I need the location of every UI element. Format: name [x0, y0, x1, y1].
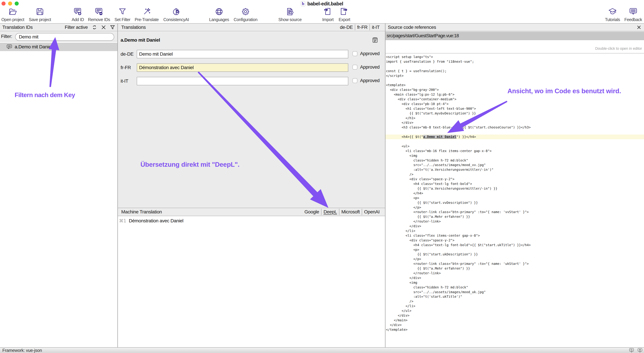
whats-new-icon[interactable]: [629, 348, 634, 353]
translations-title: Translations: [121, 25, 146, 30]
comment-icon: [7, 44, 12, 49]
language-button-fr-FR[interactable]: fr-FR: [355, 25, 370, 30]
code-line: </div>: [386, 313, 644, 318]
translation-id-item[interactable]: a.Demo mit Daniel: [0, 43, 118, 51]
code-line: <p>: [386, 196, 644, 200]
toolbar-button-label: Show source: [278, 17, 302, 22]
code-line: {{ $t("a.Versicherungsvermittler/-in") }…: [386, 186, 644, 191]
language-button-it-IT[interactable]: it-IT: [370, 25, 382, 30]
approved-label: Approved: [360, 64, 380, 70]
translation-input-de-DE[interactable]: [137, 50, 348, 58]
rate-app-icon[interactable]: [638, 348, 642, 353]
refresh-icon[interactable]: [92, 25, 97, 30]
open-in-editor-hint: Double-click to open in editor: [595, 46, 642, 51]
mt-suggestion-row[interactable]: ⌘1 Démonstration avec Daniel: [118, 218, 184, 223]
code-line: <ul>: [386, 144, 644, 149]
translation-ids-header: Translation IDs Filter active: [0, 24, 118, 31]
code-line: </div>: [386, 224, 644, 229]
pre-translate-icon: [142, 7, 151, 17]
source-file-tab-label: src/pages/start/GuestStartPage.vue:18: [387, 33, 459, 39]
toolbar-button-label: Export: [339, 17, 350, 22]
left-splitter[interactable]: [118, 24, 118, 347]
code-line: {{ $t("start.vvDescription") }}: [386, 200, 644, 205]
languages-icon: [215, 7, 224, 17]
consistency-ai-icon: [172, 7, 180, 17]
code-line: <img: [386, 280, 644, 285]
window-title-text: babel-edit.babel: [307, 1, 343, 7]
feedback-icon: [629, 7, 638, 17]
toolbar-button-feedback[interactable]: Feedback: [615, 7, 644, 22]
toolbar-button-label: Pre-Translate: [135, 17, 159, 22]
approved-checkbox[interactable]: [352, 78, 357, 83]
code-line: {{ $t("a.Mehr erfahren") }}: [386, 214, 644, 219]
toolbar-button-label: Open project: [1, 17, 24, 22]
translation-id-list: a.Demo mit Daniel: [0, 42, 118, 347]
code-line: :alt="t('a.Versicherungsvermittler/-in')…: [386, 167, 644, 172]
toolbar-button-label: ConsistencyAI: [163, 17, 189, 22]
approved-control: Approved: [352, 64, 380, 70]
status-bar: Framework: vue-json: [0, 347, 644, 353]
mt-suggestion-text: Démonstration avec Daniel: [129, 218, 184, 223]
code-line: />: [386, 172, 644, 177]
code-line: </h1>: [386, 116, 644, 121]
mt-provider-deepl[interactable]: DeepL: [322, 209, 339, 215]
code-line: [386, 64, 644, 69]
code-line: const { t } = useTranslation();: [386, 69, 644, 74]
code-line: </script>: [386, 74, 644, 78]
toolbar-button-consistency-ai[interactable]: ConsistencyAI: [158, 7, 195, 22]
toolbar-button-save-project[interactable]: Save project: [22, 7, 58, 22]
mt-provider-buttons: GoogleDeepLMicrosoftOpenAI: [302, 209, 382, 215]
remove-ids-icon: [95, 7, 104, 17]
code-line: [386, 78, 644, 83]
source-code-view[interactable]: <script setup lang="ts">import { useTran…: [386, 54, 644, 347]
code-line: </div>: [386, 120, 644, 125]
code-line: {{ $t("a.Mehr erfahren") }}: [386, 266, 644, 271]
translation-input-it-IT[interactable]: [137, 77, 348, 85]
mt-provider-google[interactable]: Google: [302, 209, 321, 215]
approved-control: Approved: [352, 51, 380, 56]
source-references-title: Source code references: [388, 25, 436, 30]
language-label: fr-FR: [120, 65, 131, 70]
language-column-buttons: de-DEfr-FRit-IT: [338, 24, 382, 30]
language-label: it-IT: [120, 78, 128, 84]
approved-checkbox[interactable]: [352, 51, 357, 56]
code-line: </ul>: [386, 308, 644, 313]
code-line: <div class="bg-gray-200">: [386, 88, 644, 92]
machine-translation-header: Machine Translation GoogleDeepLMicrosoft…: [118, 208, 385, 216]
mt-shortcut-badge: ⌘1: [119, 218, 129, 223]
mt-provider-microsoft[interactable]: Microsoft: [339, 209, 362, 215]
toolbar-button-show-source[interactable]: Show source: [272, 7, 308, 22]
mt-provider-openai[interactable]: OpenAI: [362, 209, 382, 215]
code-line: <h1 class="text-left text-blue-900">: [386, 106, 644, 111]
filter-input[interactable]: [15, 33, 114, 41]
source-file-tab[interactable]: src/pages/start/GuestStartPage.vue:18: [386, 32, 644, 40]
translation-row-it-IT: it-ITApproved: [118, 77, 385, 85]
code-line: <div class="pb-10 pt-4">: [386, 102, 644, 106]
code-line: import { useTranslation } from "i18next-…: [386, 59, 644, 64]
language-button-de-DE[interactable]: de-DE: [338, 25, 355, 30]
show-source-icon: [286, 7, 294, 17]
code-line: <div class="space-y-2">: [386, 238, 644, 243]
translation-row-de-DE: de-DEApproved: [118, 50, 385, 58]
toolbar-button-label: Feedback: [624, 17, 642, 22]
language-label: de-DE: [120, 52, 134, 57]
set-filter-icon: [118, 7, 127, 17]
code-line: </li>: [386, 229, 644, 233]
comment-note-icon[interactable]: [372, 37, 378, 43]
window-title: b babel-edit.babel: [0, 0, 644, 7]
funnel-icon[interactable]: [110, 25, 115, 30]
code-line: <li class="flex items-center gap-x-8">: [386, 233, 644, 238]
code-line: <div class="container-medium">: [386, 97, 644, 102]
code-line: </div>: [386, 276, 644, 280]
code-line: <h3 class="mb-8 text-blue-900">{{ $t("st…: [386, 125, 644, 130]
translation-input-fr-FR[interactable]: [137, 63, 348, 72]
source-hint-area: Double-click to open in editor: [386, 40, 644, 54]
toolbar-button-export[interactable]: Export: [326, 7, 363, 22]
code-line: <template>: [386, 83, 644, 88]
code-line: <img: [386, 153, 644, 158]
toolbar-button-configuration[interactable]: Configuration: [227, 7, 264, 22]
approved-checkbox[interactable]: [352, 65, 357, 70]
clear-filter-icon[interactable]: [101, 25, 106, 30]
code-line: <p>: [386, 247, 644, 252]
close-icon[interactable]: [636, 25, 642, 30]
